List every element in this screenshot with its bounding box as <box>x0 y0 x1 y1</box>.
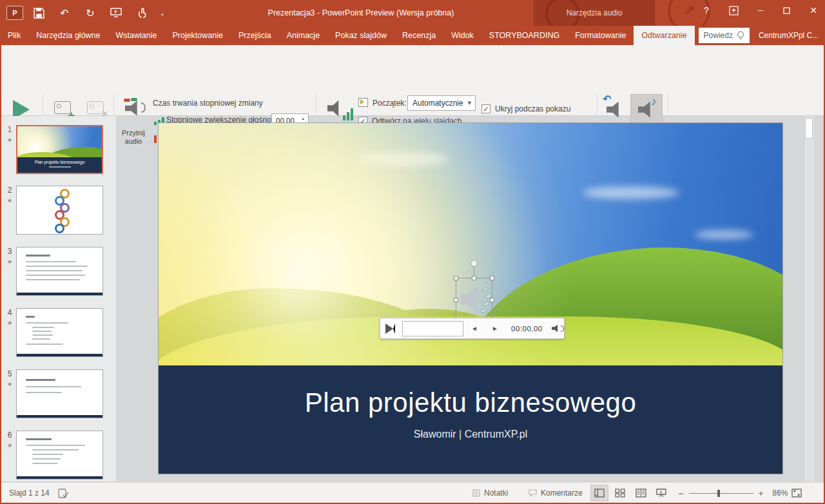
thumbnail-slide-3[interactable] <box>16 247 103 296</box>
notes-label: Notatki <box>484 489 508 498</box>
thumb-1-number: 1 <box>5 125 14 134</box>
ribbon-display-options-button[interactable] <box>724 0 742 21</box>
view-slide-sorter-button[interactable] <box>611 485 629 501</box>
thumbnail-slide-5[interactable] <box>16 369 103 418</box>
view-normal-button[interactable] <box>590 485 608 501</box>
tab-przejscia[interactable]: Przejścia <box>231 26 279 45</box>
slide-subtitle: Sławomir | CentrumXP.pl <box>159 429 782 440</box>
title-bar: ↗ P ↶ ↻ ⌄ Prezentacja3 - PowerPoint Prev… <box>0 0 825 26</box>
zoom-in-button[interactable]: + <box>759 489 764 498</box>
thumbnail-slide-6[interactable] <box>16 431 103 480</box>
checkbox-checked-icon: ✓ <box>481 104 490 113</box>
thumb-2-number: 2 <box>5 186 14 195</box>
tell-me-box[interactable]: Powiedz <box>699 28 750 43</box>
animation-star-icon: ★ <box>5 137 14 143</box>
notes-toggle[interactable]: Notatki <box>472 483 508 503</box>
start-slideshow-icon[interactable] <box>106 3 126 23</box>
scrollbar-thumb[interactable] <box>805 118 813 139</box>
resize-handle[interactable] <box>472 276 476 280</box>
slide-counter: Slajd 1 z 14 <box>9 483 50 503</box>
tab-animacje[interactable]: Animacje <box>279 26 327 45</box>
thumb-3-number: 3 <box>5 247 14 256</box>
thumb-photo <box>17 126 102 159</box>
maximize-button[interactable] <box>776 0 797 21</box>
thumb-4-number: 4 <box>5 308 14 317</box>
thumb-6-number: 6 <box>5 431 14 440</box>
minimize-button[interactable]: ─ <box>750 0 771 21</box>
notes-icon <box>472 489 480 497</box>
player-play-icon <box>385 324 395 334</box>
player-volume-button[interactable] <box>552 325 564 333</box>
vertical-scrollbar[interactable] <box>804 116 814 481</box>
zoom-slider-thumb[interactable] <box>717 490 720 497</box>
tab-projektowanie[interactable]: Projektowanie <box>164 26 231 45</box>
tab-plik[interactable]: Plik <box>0 26 28 45</box>
redo-icon[interactable]: ↻ <box>80 3 101 23</box>
player-forward-button[interactable]: ► <box>485 325 505 332</box>
comments-label: Komentarze <box>541 489 583 498</box>
hide-label: Ukryj podczas pokazu <box>495 104 570 113</box>
slide-canvas[interactable]: ◄ ► 00:00,00 Plan projektu biznesowego S… <box>158 122 783 474</box>
tab-wstawianie[interactable]: Wstawianie <box>108 26 165 45</box>
combo-caret-icon: ▾ <box>467 99 471 107</box>
zoom-slider[interactable] <box>689 493 753 494</box>
trim-audio-button[interactable]: Przytnijaudio <box>117 94 150 150</box>
animation-star-icon: ★ <box>5 442 14 449</box>
trim-audio-label: Przytnij <box>122 129 145 137</box>
view-slideshow-button[interactable] <box>652 485 670 501</box>
resize-handle[interactable] <box>490 298 494 302</box>
slide-counter-label: Slajd 1 z 14 <box>9 489 50 498</box>
view-reading-button[interactable] <box>632 485 650 501</box>
thumb-5-number: 5 <box>5 369 14 378</box>
rotation-handle[interactable] <box>471 260 478 267</box>
thumbnail-slide-1[interactable]: Plan projektu biznesowego <box>16 125 103 174</box>
resize-handle[interactable] <box>454 298 458 302</box>
no-style-icon: ↶ <box>607 101 623 120</box>
ribbon-tab-row: Plik Narzędzia główne Wstawianie Projekt… <box>0 26 825 45</box>
bookmark-add-icon: + <box>54 101 71 114</box>
player-progress-bar[interactable] <box>402 321 463 336</box>
slide-thumbnail-panel: 1 ★ Plan projektu biznesowego 2 ★ 3 ★ <box>1 116 116 481</box>
tab-storyboarding[interactable]: STORYBOARDING <box>481 26 567 45</box>
spin-up-icon[interactable]: ▴ <box>299 116 307 121</box>
start-combobox[interactable]: Automatycznie ▾ <box>407 95 476 111</box>
slide-title-block[interactable]: Plan projektu biznesowego Sławomir | Cen… <box>159 365 782 474</box>
player-back-button[interactable]: ◄ <box>463 325 485 332</box>
tab-pokaz-slajdow[interactable]: Pokaz slajdów <box>327 26 394 45</box>
bookmark-remove-icon: ✕ <box>87 101 104 114</box>
contextual-tab-header: Narzędzia audio <box>534 0 655 26</box>
resize-handle[interactable] <box>490 276 494 280</box>
animation-star-icon: ★ <box>5 381 14 387</box>
close-button[interactable]: ✕ <box>803 0 824 21</box>
zoom-level[interactable]: 86% <box>772 489 788 498</box>
start-option-icon <box>358 98 368 107</box>
player-volume-icon <box>552 325 560 333</box>
help-button[interactable]: ? <box>697 0 715 21</box>
start-value: Automatycznie <box>412 99 463 108</box>
fit-slide-button[interactable] <box>791 483 802 503</box>
tab-odtwarzanie[interactable]: Odtwarzanie <box>634 26 694 45</box>
tab-recenzja[interactable]: Recenzja <box>394 26 443 45</box>
customize-qat-icon[interactable]: ⌄ <box>157 3 168 23</box>
zoom-out-button[interactable]: − <box>678 488 684 499</box>
checkbox-hide-during-show[interactable]: ✓ Ukryj podczas pokazu <box>481 104 570 113</box>
window-border <box>0 26 1 504</box>
account-name[interactable]: CentrumXPpl C... <box>759 26 819 45</box>
thumbnail-slide-2[interactable] <box>16 186 103 235</box>
player-play-button[interactable] <box>380 324 400 334</box>
tab-narzedzia-glowne[interactable]: Narzędzia główne <box>28 26 108 45</box>
save-icon[interactable] <box>28 3 49 23</box>
spellcheck-icon[interactable] <box>58 483 69 503</box>
comments-toggle[interactable]: Komentarze <box>529 483 583 503</box>
touch-mode-icon[interactable] <box>131 3 152 23</box>
resize-handle[interactable] <box>454 276 458 280</box>
thumbnail-slide-4[interactable] <box>16 308 103 357</box>
tab-widok[interactable]: Widok <box>443 26 481 45</box>
animation-star-icon: ★ <box>5 320 14 326</box>
tab-formatowanie[interactable]: Formatowanie <box>567 26 634 45</box>
tell-me-label: Powiedz <box>704 31 733 40</box>
trim-audio-icon <box>125 101 142 118</box>
undo-icon[interactable]: ↶ <box>54 3 75 23</box>
lightbulb-icon <box>737 31 744 41</box>
window-title: Prezentacja3 - PowerPoint Preview (Wersj… <box>193 0 529 26</box>
